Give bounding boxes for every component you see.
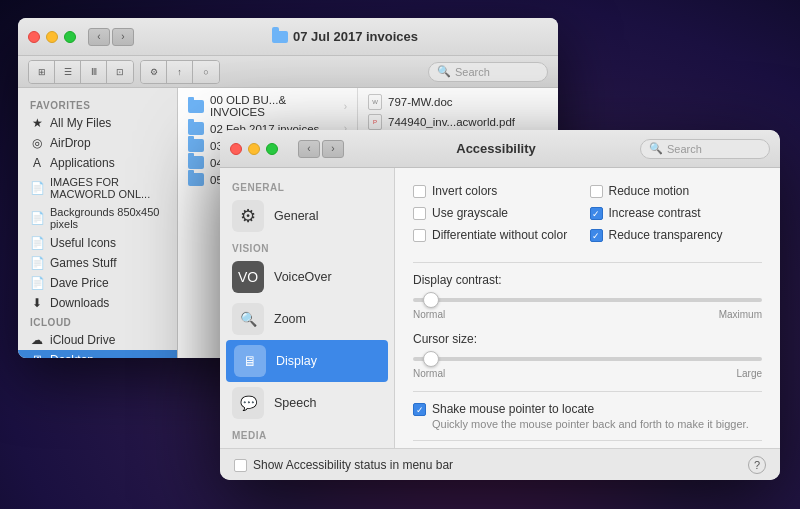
finder-forward-button[interactable]: › <box>112 28 134 46</box>
folder-icon <box>188 173 204 186</box>
acc-minimize-button[interactable] <box>248 143 260 155</box>
zoom-icon: 🔍 <box>232 303 264 335</box>
invert-colors-label: Invert colors <box>432 184 497 198</box>
acc-nav-buttons: ‹ › <box>298 140 344 158</box>
useful-icons-icon: 📄 <box>30 236 44 250</box>
divider-3 <box>413 440 762 441</box>
acc-item-display[interactable]: 🖥 Display <box>226 340 388 382</box>
sidebar-item-images[interactable]: 📄 IMAGES FOR MACWORLD ONL... <box>18 173 177 203</box>
images-icon: 📄 <box>30 181 44 195</box>
acc-item-general[interactable]: ⚙ General <box>220 195 394 237</box>
acc-item-zoom[interactable]: 🔍 Zoom <box>220 298 394 340</box>
cursor-size-track[interactable] <box>413 350 762 368</box>
cursor-max-label: Large <box>736 368 762 379</box>
display-icon: 🖥 <box>234 345 266 377</box>
column-view-btn[interactable]: Ⅲ <box>81 61 107 83</box>
accessibility-window: ‹ › Accessibility 🔍 Search General ⚙ Gen… <box>220 130 780 480</box>
all-my-files-icon: ★ <box>30 116 44 130</box>
sidebar-item-games-stuff[interactable]: 📄 Games Stuff <box>18 253 177 273</box>
finder-title: 07 Jul 2017 invoices <box>142 29 548 44</box>
differentiate-checkbox[interactable] <box>413 229 426 242</box>
invert-colors-checkbox[interactable] <box>413 185 426 198</box>
finder-back-button[interactable]: ‹ <box>88 28 110 46</box>
folder-row-00[interactable]: 00 OLD BU...& INVOICES › <box>178 92 357 120</box>
list-view-btn[interactable]: ☰ <box>55 61 81 83</box>
icloud-drive-icon: ☁ <box>30 333 44 347</box>
coverflow-btn[interactable]: ⊡ <box>107 61 133 83</box>
reduce-motion-checkbox[interactable] <box>590 185 603 198</box>
acc-main-content: Invert colors Use grayscale Differentiat… <box>395 168 780 448</box>
file-row-797[interactable]: W 797-MW.doc <box>358 92 558 112</box>
display-contrast-labels: Normal Maximum <box>413 309 762 320</box>
sidebar-item-airdrop[interactable]: ◎ AirDrop <box>18 133 177 153</box>
shake-description: Quickly move the mouse pointer back and … <box>432 418 749 430</box>
games-stuff-icon: 📄 <box>30 256 44 270</box>
sidebar-item-all-my-files[interactable]: ★ All My Files <box>18 113 177 133</box>
shake-checkbox[interactable] <box>413 403 426 416</box>
sidebar-item-useful-icons[interactable]: 📄 Useful Icons <box>18 233 177 253</box>
voiceover-icon: VO <box>232 261 264 293</box>
acc-search[interactable]: 🔍 Search <box>640 139 770 159</box>
menu-bar-label: Show Accessibility status in menu bar <box>253 458 453 472</box>
reduce-transparency-checkbox[interactable] <box>590 229 603 242</box>
sidebar-item-backgrounds[interactable]: 📄 Backgrounds 850x450 pixels <box>18 203 177 233</box>
acc-back-button[interactable]: ‹ <box>298 140 320 158</box>
display-contrast-thumb[interactable] <box>423 292 439 308</box>
action-buttons: ⚙ ↑ ○ <box>140 60 220 84</box>
minimize-button[interactable] <box>46 31 58 43</box>
finder-titlebar: ‹ › 07 Jul 2017 invoices <box>18 18 558 56</box>
sidebar-item-downloads[interactable]: ⬇ Downloads <box>18 293 177 313</box>
icloud-label: iCloud <box>18 313 177 330</box>
share-btn[interactable]: ↑ <box>167 61 193 83</box>
acc-item-speech[interactable]: 💬 Speech <box>220 382 394 424</box>
search-icon: 🔍 <box>437 65 451 78</box>
sidebar-item-icloud-drive[interactable]: ☁ iCloud Drive <box>18 330 177 350</box>
acc-body: General ⚙ General Vision VO VoiceOver 🔍 … <box>220 168 780 448</box>
airdrop-icon: ◎ <box>30 136 44 150</box>
finder-sidebar: Favorites ★ All My Files ◎ AirDrop A App… <box>18 88 178 358</box>
icon-view-btn[interactable]: ⊞ <box>29 61 55 83</box>
invert-colors-row: Invert colors <box>413 184 586 198</box>
file-row-744940[interactable]: P 744940_inv...acworld.pdf <box>358 112 558 132</box>
cursor-size-thumb[interactable] <box>423 351 439 367</box>
display-contrast-row: Display contrast: Normal Maximum <box>413 273 762 320</box>
sidebar-item-applications[interactable]: A Applications <box>18 153 177 173</box>
slider-track-bg <box>413 298 762 302</box>
gear-btn[interactable]: ⚙ <box>141 61 167 83</box>
finder-search[interactable]: 🔍 Search <box>428 62 548 82</box>
menu-bar-checkbox[interactable] <box>234 459 247 472</box>
close-button[interactable] <box>28 31 40 43</box>
use-grayscale-label: Use grayscale <box>432 206 508 220</box>
maximize-button[interactable] <box>64 31 76 43</box>
acc-checkboxes-grid: Invert colors Use grayscale Differentiat… <box>413 184 762 250</box>
menu-bar-checkbox-row: Show Accessibility status in menu bar <box>234 458 453 472</box>
display-contrast-track[interactable] <box>413 291 762 309</box>
backgrounds-icon: 📄 <box>30 211 44 225</box>
favorites-label: Favorites <box>18 96 177 113</box>
general-icon: ⚙ <box>232 200 264 232</box>
speech-icon: 💬 <box>232 387 264 419</box>
cursor-size-label: Cursor size: <box>413 332 762 346</box>
folder-icon <box>188 100 204 113</box>
increase-contrast-row: Increase contrast <box>590 206 763 220</box>
sidebar-item-desktop[interactable]: 🖥 Desktop <box>18 350 177 358</box>
increase-contrast-label: Increase contrast <box>609 206 701 220</box>
tag-btn[interactable]: ○ <box>193 61 219 83</box>
sidebar-item-dave-price[interactable]: 📄 Dave Price <box>18 273 177 293</box>
acc-close-button[interactable] <box>230 143 242 155</box>
reduce-motion-label: Reduce motion <box>609 184 690 198</box>
acc-maximize-button[interactable] <box>266 143 278 155</box>
help-button[interactable]: ? <box>748 456 766 474</box>
increase-contrast-checkbox[interactable] <box>590 207 603 220</box>
contrast-max-label: Maximum <box>719 309 762 320</box>
acc-bottom-bar: Show Accessibility status in menu bar ? <box>220 448 780 480</box>
acc-item-voiceover[interactable]: VO VoiceOver <box>220 256 394 298</box>
acc-traffic-lights <box>230 143 278 155</box>
use-grayscale-checkbox[interactable] <box>413 207 426 220</box>
shake-row: Shake mouse pointer to locate Quickly mo… <box>413 402 762 430</box>
desktop-icon: 🖥 <box>30 353 44 358</box>
reduce-motion-row: Reduce motion <box>590 184 763 198</box>
acc-forward-button[interactable]: › <box>322 140 344 158</box>
finder-toolbar: ⊞ ☰ Ⅲ ⊡ ⚙ ↑ ○ 🔍 Search <box>18 56 558 88</box>
finder-nav-buttons: ‹ › <box>88 28 134 46</box>
